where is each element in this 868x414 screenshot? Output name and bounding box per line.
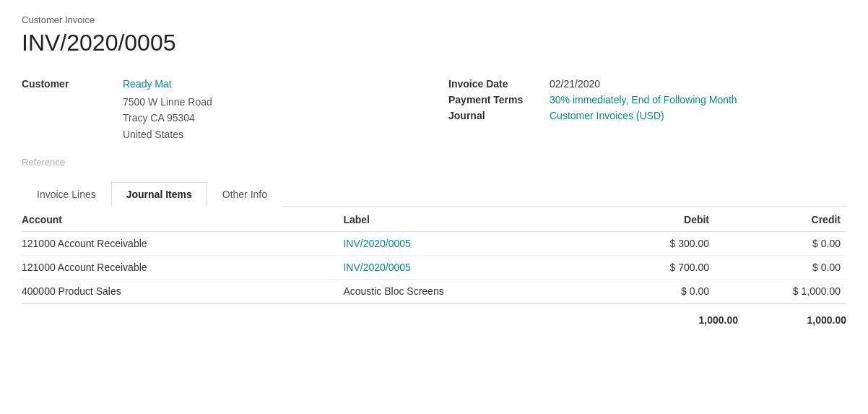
cell-debit: $ 700.00 [604, 256, 715, 280]
table-row: 121000 Account ReceivableINV/2020/0005$ … [22, 232, 846, 256]
tab-other-info[interactable]: Other Info [207, 182, 282, 207]
page-subtitle: Customer Invoice [22, 14, 846, 25]
cell-credit: $ 1,000.00 [715, 280, 846, 303]
journal-value[interactable]: Customer Invoices (USD) [550, 110, 664, 121]
journal-label: Journal [448, 110, 550, 121]
col-debit: Debit [604, 207, 715, 232]
address-line1: 7500 W Linne Road [123, 94, 420, 110]
tabs-container: Invoice Lines Journal Items Other Info A… [22, 182, 846, 329]
journal-items-table: Account Label Debit Credit 121000 Accoun… [22, 207, 846, 303]
table-header-row: Account Label Debit Credit [22, 207, 846, 232]
cell-label[interactable]: INV/2020/0005 [343, 256, 604, 280]
form-section: Customer Ready Mat 7500 W Linne Road Tra… [22, 78, 846, 142]
journal-row: Journal Customer Invoices (USD) [448, 110, 846, 121]
tabs: Invoice Lines Journal Items Other Info [22, 182, 846, 207]
total-credit: 1,000.00 [760, 314, 846, 326]
table-row: 121000 Account ReceivableINV/2020/0005$ … [22, 256, 846, 280]
cell-credit: $ 0.00 [715, 256, 846, 280]
cell-account: 121000 Account Receivable [22, 256, 343, 280]
col-label: Label [343, 207, 604, 232]
cell-account: 121000 Account Receivable [22, 232, 343, 256]
form-right: Invoice Date 02/21/2020 Payment Terms 30… [448, 78, 846, 142]
payment-terms-value[interactable]: 30% immediately, End of Following Month [550, 94, 737, 105]
cell-debit: $ 300.00 [604, 232, 715, 256]
address-line3: United States [123, 126, 420, 142]
page-title: INV/2020/0005 [22, 30, 846, 56]
customer-address: 7500 W Linne Road Tracy CA 95304 United … [123, 94, 420, 142]
payment-terms-row: Payment Terms 30% immediately, End of Fo… [448, 94, 846, 105]
payment-terms-label: Payment Terms [448, 94, 550, 105]
table-row: 400000 Product SalesAcoustic Bloc Screen… [22, 280, 846, 303]
col-account: Account [22, 207, 343, 232]
col-credit: Credit [715, 207, 846, 232]
tab-invoice-lines[interactable]: Invoice Lines [22, 182, 111, 207]
customer-field-row: Customer Ready Mat [22, 78, 420, 90]
cell-debit: $ 0.00 [604, 280, 715, 303]
totals-row: 1,000.00 1,000.00 [22, 303, 846, 329]
invoice-date-row: Invoice Date 02/21/2020 [448, 78, 846, 90]
tab-journal-items[interactable]: Journal Items [111, 182, 207, 207]
journal-items-table-container: Account Label Debit Credit 121000 Accoun… [22, 207, 846, 329]
invoice-date-value: 02/21/2020 [550, 78, 600, 90]
form-left: Customer Ready Mat 7500 W Linne Road Tra… [22, 78, 420, 142]
cell-label[interactable]: INV/2020/0005 [343, 232, 604, 256]
customer-name[interactable]: Ready Mat [123, 78, 172, 90]
reference-label: Reference [22, 157, 846, 168]
total-debit: 1,000.00 [659, 314, 760, 326]
cell-label: Acoustic Bloc Screens [343, 280, 604, 303]
customer-label: Customer [22, 78, 123, 90]
invoice-date-label: Invoice Date [448, 78, 550, 90]
cell-account: 400000 Product Sales [22, 280, 343, 303]
address-line2: Tracy CA 95304 [123, 110, 420, 126]
cell-credit: $ 0.00 [715, 232, 846, 256]
